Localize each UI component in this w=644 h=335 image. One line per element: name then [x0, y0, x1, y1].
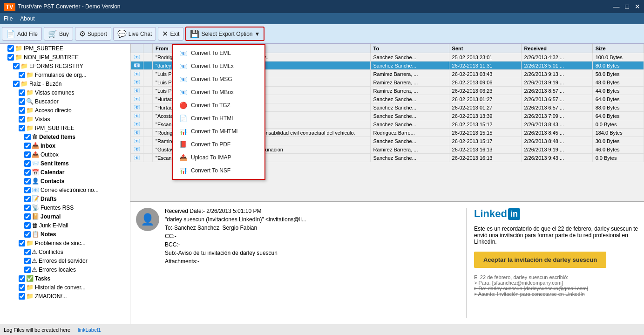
sidebar-item[interactable]: 🗑Junk E-Mail [0, 221, 130, 230]
sidebar-item[interactable]: 📁Raíz - Buzón [0, 79, 130, 88]
sidebar-checkbox[interactable] [19, 72, 25, 78]
sidebar-item[interactable]: 👤Contacts [0, 177, 130, 185]
col-to[interactable]: To [370, 44, 449, 53]
convert-pdf-item[interactable]: 📕 Convert To PDF [173, 138, 264, 151]
sidebar-item[interactable]: 📁Formularios de org... [0, 70, 130, 79]
convert-nsf-item[interactable]: 📊 Convert To NSF [173, 164, 264, 177]
folder-icon: 📝 [32, 195, 39, 202]
close-button[interactable]: ✕ [635, 3, 640, 10]
convert-eml-item[interactable]: 📧 Convert To EML [173, 47, 264, 60]
minimize-button[interactable]: — [613, 3, 620, 10]
convert-tgz-item[interactable]: 🔴 Convert To TGZ [173, 99, 264, 112]
sidebar-item[interactable]: 📋Notes [0, 230, 130, 239]
sidebar-item[interactable]: 📁Vistas comunes [0, 88, 130, 97]
convert-html-item[interactable]: 📄 Convert To HTML [173, 112, 264, 125]
support-icon: ⚙ [79, 29, 86, 38]
sidebar-item[interactable]: 📁Acceso directo [0, 106, 130, 115]
sidebar-item[interactable]: 📤Outbox [0, 150, 130, 159]
col-size[interactable]: Size [592, 44, 644, 53]
sidebar-checkbox[interactable] [13, 63, 20, 69]
sidebar-item[interactable]: 📁ZMADION/... [0, 292, 130, 301]
size-cell: 48.0 Bytes [592, 78, 644, 87]
sidebar-item[interactable]: 📥Inbox [0, 141, 130, 150]
menu-file[interactable]: File [4, 15, 13, 22]
col-sent[interactable]: Sent [449, 44, 521, 53]
sidebar-checkbox[interactable] [13, 81, 20, 87]
sidebar-checkbox[interactable] [7, 45, 14, 52]
sidebar-checkbox[interactable] [24, 231, 31, 238]
sidebar-checkbox[interactable] [19, 125, 25, 131]
sidebar-checkbox[interactable] [19, 284, 25, 291]
sidebar-checkbox[interactable] [24, 249, 31, 255]
sidebar-item[interactable]: 🔍Buscador [0, 97, 130, 106]
accept-invitation-button[interactable]: Aceptar la invitación de darley suescun [474, 252, 606, 268]
sidebar-checkbox[interactable] [19, 293, 25, 300]
sidebar-item-label: Errores locales [39, 267, 76, 273]
log-link[interactable]: linkLabel1 [78, 327, 101, 333]
sidebar-checkbox[interactable] [24, 169, 31, 176]
sidebar-item-label: ZMADION/... [35, 293, 67, 300]
live-chat-button[interactable]: 💬 Live Chat [113, 27, 156, 41]
sidebar-item[interactable]: 📅Calendar [0, 168, 130, 177]
mbox-icon: 📧 [179, 88, 187, 96]
sidebar-item[interactable]: 📁EFORMS REGISTRY [0, 62, 130, 70]
sidebar-checkbox[interactable] [19, 89, 25, 96]
sidebar-item[interactable]: 📁IPM_SUBTREE [0, 44, 130, 53]
sidebar-checkbox[interactable] [24, 187, 31, 193]
maximize-button[interactable]: □ [625, 3, 629, 10]
sidebar-checkbox[interactable] [24, 134, 31, 140]
sidebar-checkbox[interactable] [19, 98, 25, 105]
sidebar-item[interactable]: 📧Correo electrónico no... [0, 185, 130, 194]
sidebar-checkbox[interactable] [7, 54, 14, 61]
convert-mbox-item[interactable]: 📧 Convert To MBox [173, 86, 264, 99]
sidebar-checkbox[interactable] [24, 178, 31, 185]
sidebar-checkbox[interactable] [19, 240, 25, 246]
sidebar-item[interactable]: 📁NON_IPM_SUBTREE [0, 53, 130, 62]
sidebar-checkbox[interactable] [19, 275, 25, 282]
menu-about[interactable]: About [20, 15, 34, 22]
attach-icon [143, 70, 153, 78]
buy-button[interactable]: 🛒 Buy [44, 27, 73, 41]
sidebar-item[interactable]: 📁Vistas [0, 115, 130, 123]
sidebar-item[interactable]: ✅Tasks [0, 274, 130, 283]
convert-mhtml-item[interactable]: 📊 Convert To MHTML [173, 125, 264, 138]
pdf-icon: 📕 [179, 140, 187, 149]
sidebar-item[interactable]: ⚠Errores locales [0, 265, 130, 274]
sidebar-checkbox[interactable] [24, 160, 31, 167]
sidebar-checkbox[interactable] [24, 196, 31, 202]
sidebar-item[interactable]: 📁Problemas de sinc... [0, 239, 130, 247]
sidebar-checkbox[interactable] [24, 222, 31, 229]
sidebar-item-label: EFORMS REGISTRY [29, 63, 83, 69]
sidebar-item[interactable]: 📡Fuentes RSS [0, 203, 130, 212]
received-cell: 2/26/2013 8:57:... [521, 87, 592, 95]
sidebar-item[interactable]: ⚠Errores del servidor [0, 256, 130, 265]
sidebar-item[interactable]: ⚠Conflictos [0, 247, 130, 256]
sidebar-item[interactable]: 📔Journal [0, 212, 130, 221]
sidebar-item[interactable]: 📁Historial de conver... [0, 283, 130, 292]
sidebar-checkbox[interactable] [19, 116, 25, 123]
sidebar-item[interactable]: 🗑Deleted Items [0, 132, 130, 141]
convert-emlx-item[interactable]: 📧 Convert To EMLx [173, 60, 264, 73]
sidebar-item[interactable]: 📝Drafts [0, 194, 130, 203]
sidebar-item[interactable]: 📨Sent Items [0, 159, 130, 168]
sidebar-checkbox[interactable] [24, 213, 31, 220]
received-cell: 2/26/2013 7:09:... [521, 112, 592, 120]
sidebar-checkbox[interactable] [24, 151, 31, 158]
sidebar-item-label: Errores del servidor [39, 258, 88, 264]
convert-msg-item[interactable]: 📧 Convert To MSG [173, 73, 264, 86]
add-file-button[interactable]: 📄 Add File [2, 27, 42, 41]
sidebar-checkbox[interactable] [19, 107, 25, 114]
sidebar-checkbox[interactable] [24, 258, 31, 264]
sidebar-checkbox[interactable] [24, 143, 31, 149]
sidebar-item[interactable]: 📁IPM_SUBTREE [0, 123, 130, 132]
exit-button[interactable]: ✕ Exit [158, 27, 183, 41]
email-icon: 📧 [131, 154, 143, 162]
sidebar-item-label: NON_IPM_SUBTREE [24, 54, 79, 61]
upload-imap-item[interactable]: 📤 Upload To IMAP [173, 151, 264, 164]
select-export-button[interactable]: 💾 Select Export Option ▼ [185, 27, 264, 41]
support-button[interactable]: ⚙ Support [75, 27, 111, 41]
col-received[interactable]: Received [521, 44, 592, 53]
sidebar-checkbox[interactable] [24, 205, 31, 211]
window-controls[interactable]: — □ ✕ [613, 3, 640, 10]
sidebar-checkbox[interactable] [24, 267, 31, 273]
